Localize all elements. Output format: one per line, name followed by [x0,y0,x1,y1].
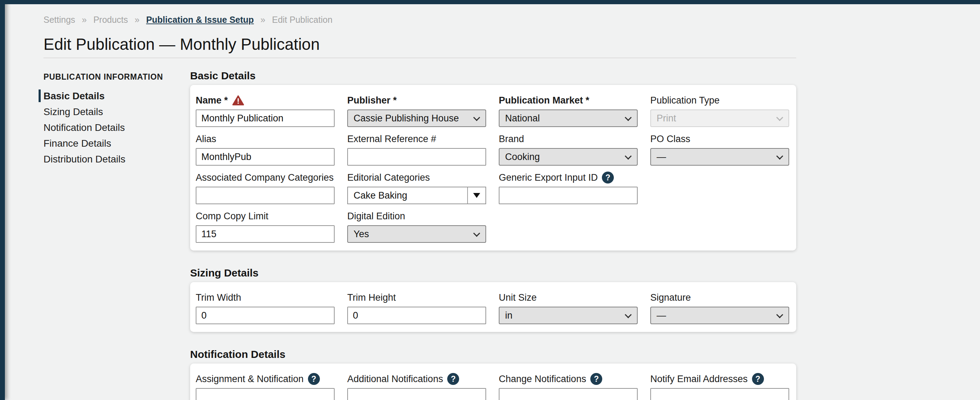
chevron-down-icon [776,114,783,121]
field-trim-height: Trim Height [347,291,486,324]
publication-type-label: Publication Type [650,95,720,106]
sidebar-item-label: Finance Details [43,138,111,149]
publisher-label: Publisher * [347,95,397,106]
unit-size-selected-value: in [505,310,512,321]
alias-label: Alias [196,134,216,145]
sidebar-item-basic-details[interactable]: Basic Details [43,88,190,104]
field-assignment-notification: Assignment & Notification ? [196,373,335,400]
sidebar-item-label: Basic Details [43,91,105,101]
help-icon[interactable]: ? [447,373,459,385]
field-publisher: Publisher * Cassie Publishing House [347,94,486,127]
editorial-categories-value: Cake Baking [348,187,467,204]
trim-height-label: Trim Height [347,292,396,303]
external-reference-input[interactable] [347,148,486,166]
help-icon[interactable]: ? [752,373,764,385]
app-window: Settings » Products » Publication & Issu… [0,0,980,400]
section-basic-details: Basic Details Name * [190,70,796,250]
unit-size-select[interactable]: in [499,307,638,324]
breadcrumb-separator: » [135,15,140,25]
assignment-notification-label: Assignment & Notification [196,374,304,384]
notification-details-card: Assignment & Notification ? Additional N… [190,363,796,400]
chevron-down-icon [625,153,632,159]
warning-icon [232,95,244,106]
basic-details-card: Name * [190,85,796,250]
publication-market-select[interactable]: National [499,110,638,127]
external-reference-label: External Reference # [347,134,436,145]
trim-width-input[interactable] [196,307,335,324]
sidebar-item-finance-details[interactable]: Finance Details [43,135,190,151]
help-icon[interactable]: ? [602,172,614,183]
field-signature: Signature — [650,291,789,324]
field-unit-size: Unit Size in [499,291,638,324]
sidebar-item-distribution-details[interactable]: Distribution Details [43,151,190,167]
editorial-categories-dropdown-button[interactable] [467,187,485,204]
field-po-class: PO Class — [650,132,789,166]
notify-email-addresses-input[interactable] [650,388,789,400]
grid-spacer [650,171,789,204]
breadcrumb-separator: » [261,15,266,25]
sidebar-item-label: Distribution Details [43,154,125,164]
chevron-down-icon [625,114,632,121]
caret-down-icon [473,193,480,198]
signature-selected-value: — [657,310,666,321]
section-notification-details: Notification Details Assignment & Notifi… [190,349,796,400]
active-indicator-bar [38,89,41,102]
assignment-notification-input[interactable] [196,388,335,400]
additional-notifications-input[interactable] [347,388,486,400]
editorial-categories-label: Editorial Categories [347,172,430,183]
sidebar-item-label: Sizing Details [43,106,103,117]
po-class-select[interactable]: — [650,148,789,166]
breadcrumb: Settings » Products » Publication & Issu… [43,15,980,25]
brand-selected-value: Cooking [505,151,540,163]
breadcrumb-settings: Settings [43,15,75,25]
section-title: Basic Details [190,70,796,81]
trim-width-label: Trim Width [196,292,241,303]
comp-copy-limit-label: Comp Copy Limit [196,211,268,222]
breadcrumb-publication-issue-setup-link[interactable]: Publication & Issue Setup [146,15,254,25]
generic-export-input-id-input[interactable] [499,186,638,204]
sidebar-item-sizing-details[interactable]: Sizing Details [43,104,190,120]
section-title: Notification Details [190,349,796,360]
field-brand: Brand Cooking [499,132,638,166]
name-label: Name * [196,95,228,106]
chevron-down-icon [473,230,480,237]
digital-edition-selected-value: Yes [353,229,369,240]
name-input[interactable] [196,110,335,127]
editorial-categories-combobox[interactable]: Cake Baking [347,186,486,204]
brand-select[interactable]: Cooking [499,148,638,166]
field-publication-type: Publication Type Print [650,94,789,127]
field-editorial-categories: Editorial Categories Cake Baking [347,171,486,204]
chevron-down-icon [776,153,783,159]
alias-input[interactable] [196,148,335,166]
page: Settings » Products » Publication & Issu… [43,4,980,400]
help-icon[interactable]: ? [590,373,602,385]
signature-label: Signature [650,292,691,303]
help-icon[interactable]: ? [308,373,320,385]
section-sizing-details: Sizing Details Trim Width Trim Height [190,268,796,332]
associated-company-categories-label: Associated Company Categories [196,172,334,183]
digital-edition-label: Digital Edition [347,211,405,222]
field-associated-company-categories: Associated Company Categories [196,171,335,204]
change-notifications-label: Change Notifications [499,374,586,384]
brand-label: Brand [499,134,524,145]
sidebar-item-notification-details[interactable]: Notification Details [43,120,190,135]
digital-edition-select[interactable]: Yes [347,225,486,243]
trim-height-input[interactable] [347,307,486,324]
field-trim-width: Trim Width [196,291,335,324]
form-area: Basic Details Name * [190,70,796,400]
associated-company-categories-input[interactable] [196,186,335,204]
po-class-selected-value: — [657,151,666,163]
comp-copy-limit-input[interactable] [196,225,335,243]
change-notifications-input[interactable] [499,388,638,400]
sidebar-heading: PUBLICATION INFORMATION [43,72,190,82]
chevron-down-icon [776,311,783,318]
publication-type-selected-value: Print [657,113,676,124]
publisher-select[interactable]: Cassie Publishing House [347,110,486,127]
signature-select[interactable]: — [650,307,789,324]
left-edge-bar [0,0,5,400]
title-divider [43,57,796,58]
generic-export-input-id-label: Generic Export Input ID [499,172,598,183]
po-class-label: PO Class [650,134,690,145]
field-alias: Alias [196,132,335,166]
unit-size-label: Unit Size [499,292,537,303]
